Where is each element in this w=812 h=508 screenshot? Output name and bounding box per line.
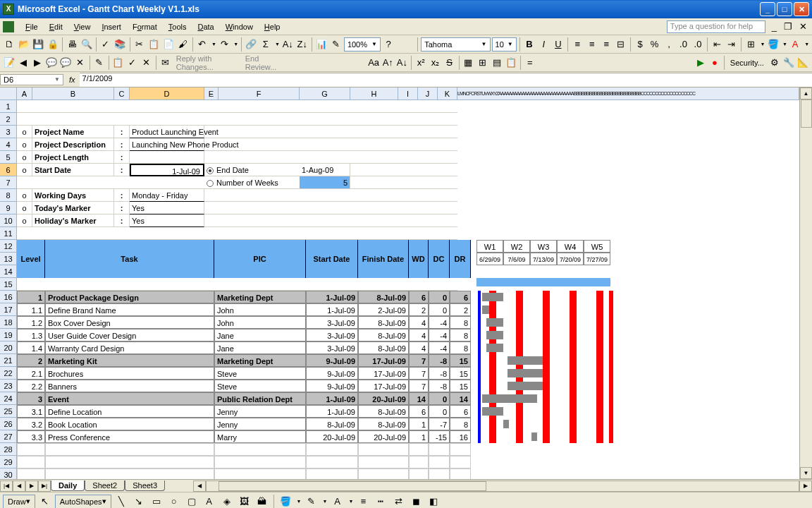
picture-button[interactable]: 🏔 [254,494,270,509]
row-header-23[interactable]: 23 [0,380,16,392]
cell-wd-r23[interactable]: 7 [409,380,429,392]
end-review-button[interactable]: End Review... [242,54,287,71]
cell-dr-r24[interactable]: 14 [450,392,471,405]
font-color-button[interactable]: A [789,37,802,52]
cell-r7-c7[interactable]: 5 [300,176,350,189]
show-comment-button[interactable]: 💬 [45,55,58,71]
tab-nav-first[interactable]: |◀ [0,480,13,492]
cell-r6-c2[interactable]: Start Date [32,164,114,176]
design-mode-button[interactable]: 📐 [796,55,809,71]
row-header-27[interactable]: 27 [0,430,16,443]
row-header-20[interactable]: 20 [0,341,16,354]
cell-dr-r25[interactable]: 6 [450,405,471,418]
cell-s-r19[interactable]: 3-Jul-09 [306,329,358,341]
cell-level-r18[interactable]: 1.2 [17,316,45,329]
align-left-button[interactable]: ≡ [571,37,584,52]
row-header-14[interactable]: 14 [0,265,16,278]
cell-pic-r25[interactable]: Jenny [214,405,306,418]
cell-dc-r18[interactable]: -4 [429,316,450,329]
italic-button[interactable]: I [537,37,550,52]
cell-r8-c2[interactable]: Working Days [32,189,114,202]
cell-dc-r27[interactable]: -15 [429,430,450,443]
cell-r6-c1[interactable]: o [17,164,32,176]
cell-level-r16[interactable]: 1 [17,291,45,303]
oval-button[interactable]: ○ [166,494,182,509]
fx-button[interactable]: fx [65,75,80,84]
cell-r10-c3[interactable]: : [114,214,130,227]
hscroll-right-button[interactable]: ▶ [799,480,812,492]
menu-data[interactable]: Data [192,21,219,32]
cell-pic-r26[interactable]: Jenny [214,418,306,430]
cell-dr-r23[interactable]: 15 [450,380,471,392]
tab-nav-last[interactable]: ▶| [38,480,51,492]
chart-button[interactable]: 📊 [315,37,328,52]
cell-dr-r17[interactable]: 2 [450,303,471,316]
print-preview-button[interactable]: 🔍 [80,37,93,52]
cell-s-r27[interactable]: 20-Jul-09 [306,430,358,443]
cell-dc-r17[interactable]: 0 [429,303,450,316]
cell-task-r21[interactable]: Marketing Kit [45,354,214,367]
borders-button[interactable]: ⊞ [744,37,758,52]
vertical-scrollbar[interactable]: ▲ ▼ [799,87,812,479]
column-headers[interactable]: ABCDEFGHIJKLMNCFCRSTUVWXYZAAAAAAAAAAAAAA… [0,87,799,100]
cell-dr-r16[interactable]: 6 [450,291,471,303]
copy-button[interactable]: 📋 [147,37,161,52]
autosum-button[interactable]: Σ [259,37,273,52]
cell-dr-r26[interactable]: 8 [450,418,471,430]
cell-r10-c2[interactable]: Holiday's Marker [32,214,114,227]
cell-f-r17[interactable]: 2-Jul-09 [358,303,409,316]
cell-dc-r21[interactable]: -8 [429,354,450,367]
next-comment-button[interactable]: ▶ [31,55,44,71]
cell-r9-c1[interactable]: o [17,202,32,214]
grow-font-button[interactable]: A↑ [381,55,394,71]
cell-f-r22[interactable]: 17-Jul-09 [358,367,409,380]
decrease-indent-button[interactable]: ⇤ [710,37,724,52]
cell-task-r19[interactable]: User Guide Cover Design [45,329,214,341]
scroll-down-button[interactable]: ▼ [800,467,812,479]
fill-color-button[interactable]: 🪣 [766,37,780,52]
sheet-tab-sheet3[interactable]: Sheet3 [125,480,165,491]
cell-r4-c1[interactable]: o [17,138,32,151]
cell-wd-r18[interactable]: 4 [409,316,429,329]
cell-dc-r22[interactable]: -8 [429,367,450,380]
row-header-30[interactable]: 30 [0,468,16,479]
cell-r9-c2[interactable]: Today's Marker [32,202,114,214]
cell-wd-r26[interactable]: 1 [409,418,429,430]
print-button[interactable]: 🖶 [66,37,79,52]
align-center-button[interactable]: ≡ [585,37,598,52]
cell-task-r26[interactable]: Book Location [45,418,214,430]
cell-dc-r23[interactable]: -8 [429,380,450,392]
fill-color-dropdown[interactable]: ▼ [782,42,787,47]
row-header-9[interactable]: 9 [0,202,16,214]
font-size-combo[interactable]: 10▼ [492,37,517,52]
cell-wd-r25[interactable]: 6 [409,405,429,418]
research-button[interactable]: 📚 [113,37,127,52]
cell-f-r25[interactable]: 8-Jul-09 [358,405,409,418]
line-button[interactable]: ╲ [113,494,129,509]
borders-dropdown[interactable]: ▼ [760,42,765,47]
columns-button[interactable]: ▦ [462,55,474,71]
cell-s-r25[interactable]: 1-Jul-09 [306,405,358,418]
tab-nav-next[interactable]: ▶ [25,480,38,492]
row-header-2[interactable]: 2 [0,113,16,126]
cell-r10-c1[interactable]: o [17,214,32,227]
open-button[interactable]: 📂 [18,37,31,52]
cell-pic-r23[interactable]: Steve [214,380,306,392]
row-header-24[interactable]: 24 [0,392,16,405]
cell-level-r27[interactable]: 3.3 [17,430,45,443]
cell-s-r17[interactable]: 1-Jul-09 [306,303,358,316]
col-header-A[interactable]: A [17,87,32,99]
cell-f-r16[interactable]: 8-Jul-09 [358,291,409,303]
maximize-button[interactable]: □ [777,2,792,16]
row-header-11[interactable]: 11 [0,227,16,240]
cell-s-r23[interactable]: 9-Jul-09 [306,380,358,392]
cell-s-r26[interactable]: 8-Jul-09 [306,418,358,430]
cell-task-r22[interactable]: Brochures [45,367,214,380]
row-header-15[interactable]: 15 [0,278,16,291]
help-search-box[interactable]: Type a question for help [667,20,765,33]
worksheet-area[interactable]: ABCDEFGHIJKLMNCFCRSTUVWXYZAAAAAAAAAAAAAA… [0,87,812,479]
cell-task-r17[interactable]: Define Brand Name [45,303,214,316]
cell-dr-r19[interactable]: 8 [450,329,471,341]
row-header-29[interactable]: 29 [0,456,16,468]
menu-window[interactable]: Window [220,21,259,32]
